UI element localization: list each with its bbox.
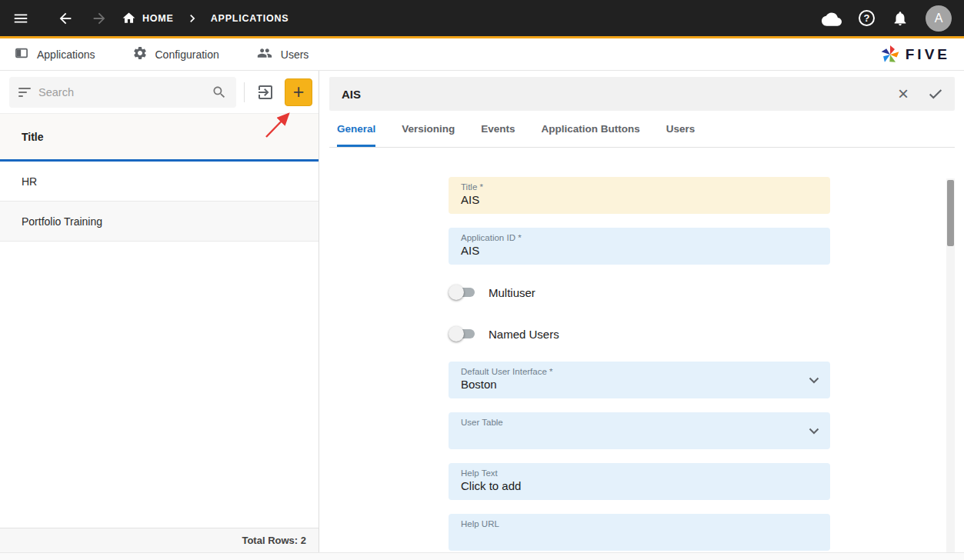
scrollbar-thumb[interactable] [947,180,954,246]
list-item[interactable]: HR [0,162,319,202]
notifications-bell-icon[interactable] [892,10,909,27]
assistant-cloud-icon[interactable] [822,11,842,26]
tab-general[interactable]: General [337,111,375,147]
brand-text: FIVE [906,46,950,63]
tab-application-buttons[interactable]: Application Buttons [542,111,640,147]
five-logo-icon [880,45,900,65]
save-check-icon[interactable] [927,85,944,102]
add-application-button[interactable]: + [285,78,312,106]
vertical-scrollbar[interactable] [946,178,955,560]
help-icon[interactable]: ? [859,10,875,26]
toolbar-tab-label: Applications [37,48,95,61]
multiuser-label: Multiuser [489,286,535,299]
application-detail-panel: AIS × General Versioning Events Applicat… [320,71,964,552]
horizontal-scrollbar-track[interactable] [0,552,964,560]
tab-events[interactable]: Events [481,111,515,147]
default-user-interface-select[interactable]: Default User Interface * Boston [449,362,830,398]
user-table-label: User Table [461,418,818,427]
applications-list-panel: + Title HR Portfolio Training Total Rows… [0,71,319,552]
back-arrow-icon[interactable] [57,10,74,27]
help-url-field[interactable]: Help URL [449,514,830,551]
chevron-down-icon [809,373,819,387]
help-text-value: Click to add [461,479,818,492]
help-url-label: Help URL [461,519,818,528]
detail-header: AIS × [329,77,955,111]
help-text-label: Help Text [461,468,818,478]
user-avatar[interactable]: A [926,5,952,32]
multiuser-toggle-row: Multiuser [449,278,830,306]
search-box[interactable] [9,77,236,108]
search-icon[interactable] [212,85,227,100]
application-id-value: AIS [461,244,818,257]
breadcrumb-home[interactable]: HOME [122,11,174,25]
total-rows-footer: Total Rows: 2 [0,528,319,552]
search-input[interactable] [38,86,204,98]
toolbar-tab-label: Users [281,48,309,61]
named-users-label: Named Users [489,328,559,341]
import-application-icon[interactable] [252,79,279,105]
search-row: + [0,71,319,114]
default-user-interface-label: Default User Interface * [461,367,818,376]
application-id-label: Application ID * [461,233,818,242]
total-rows-label: Total Rows: 2 [242,535,306,546]
chevron-down-icon [809,424,819,438]
list-column-header-title[interactable]: Title [0,114,319,162]
app-window: HOME APPLICATIONS ? A Applications [0,0,964,560]
named-users-toggle[interactable] [449,326,476,342]
detail-form-area: Title * AIS Application ID * AIS Multius… [320,177,955,560]
toolbar-tab-applications[interactable]: Applications [14,45,95,64]
home-icon [122,11,136,25]
applications-icon [14,45,29,64]
top-bar: HOME APPLICATIONS ? A [0,0,964,36]
close-icon[interactable]: × [898,85,909,103]
detail-tabs: General Versioning Events Application Bu… [329,111,955,148]
tab-versioning[interactable]: Versioning [402,111,455,147]
multiuser-toggle[interactable] [449,285,476,300]
tab-users[interactable]: Users [666,111,695,147]
default-user-interface-value: Boston [461,378,818,391]
breadcrumb-current: APPLICATIONS [211,13,289,24]
toolbar-divider [244,82,245,102]
help-text-field[interactable]: Help Text Click to add [449,463,830,500]
forward-arrow-icon[interactable] [91,10,108,27]
title-field-value: AIS [461,193,818,206]
breadcrumb-home-label: HOME [142,13,174,24]
named-users-toggle-row: Named Users [449,320,830,348]
user-table-select[interactable]: User Table [449,412,830,449]
toolbar-tab-configuration[interactable]: Configuration [132,45,219,64]
menu-icon[interactable] [12,10,29,27]
application-id-field[interactable]: Application ID * AIS [449,228,830,265]
module-toolbar: Applications Configuration Users [0,38,964,71]
title-field-label: Title * [461,182,818,192]
list-item[interactable]: Portfolio Training [0,202,319,242]
toolbar-tab-users[interactable]: Users [256,45,309,64]
title-field[interactable]: Title * AIS [449,177,830,214]
toolbar-tab-label: Configuration [155,48,219,61]
breadcrumb-chevron-icon [185,11,200,26]
configuration-icon [132,45,148,64]
users-icon [256,45,273,64]
five-brand-logo: FIVE [880,45,950,65]
filter-icon[interactable] [18,88,31,97]
detail-title: AIS [342,88,361,101]
